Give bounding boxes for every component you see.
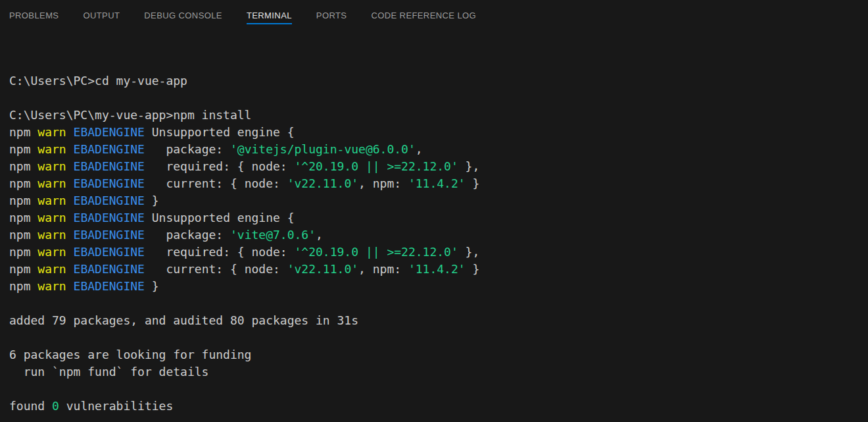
- terminal-text-segment: warn: [37, 228, 66, 242]
- terminal-line: npm warn EBADENGINE package: '@vitejs/pl…: [9, 141, 868, 158]
- terminal-text-segment: npm: [9, 211, 37, 224]
- terminal-text-segment: 'v22.11.0': [287, 176, 358, 190]
- terminal-line: npm warn EBADENGINE required: { node: '^…: [9, 158, 868, 175]
- terminal-text-segment: [66, 245, 74, 259]
- terminal-line: C:\Users\PC>cd my-vue-app: [9, 72, 868, 90]
- terminal-text-segment: 0: [52, 399, 59, 413]
- terminal-line: npm warn EBADENGINE }: [9, 278, 868, 295]
- terminal-text-segment: [66, 194, 74, 207]
- terminal-text-segment: Unsupported engine {: [145, 125, 295, 139]
- terminal-text-segment: npm: [9, 279, 37, 293]
- terminal-text-segment: EBADENGINE: [74, 228, 145, 242]
- terminal-text-segment: npm: [9, 245, 37, 259]
- terminal-text-segment: npm: [9, 125, 37, 139]
- tab-label: PORTS: [316, 11, 347, 20]
- terminal-text-segment: EBADENGINE: [74, 245, 145, 259]
- terminal-text-segment: EBADENGINE: [74, 211, 145, 224]
- terminal-text-segment: '@vitejs/plugin-vue@6.0.0': [230, 142, 416, 156]
- terminal-text-segment: [66, 262, 74, 276]
- terminal-line: 6 packages are looking for funding: [9, 346, 868, 363]
- terminal-line: npm warn EBADENGINE required: { node: '^…: [9, 244, 868, 261]
- terminal-text-segment: 6 packages are looking for funding: [9, 348, 251, 361]
- terminal-text-segment: npm: [9, 262, 37, 276]
- terminal-text-segment: [66, 279, 74, 293]
- terminal-text-segment: EBADENGINE: [74, 262, 145, 276]
- terminal-text-segment: 'vite@7.0.6': [230, 228, 316, 242]
- terminal-text-segment: }: [466, 176, 480, 190]
- terminal-line: [9, 329, 868, 346]
- terminal-text-segment: C:\Users\PC\my-vue-app>npm install: [9, 108, 251, 122]
- terminal-text-segment: ,: [416, 142, 423, 156]
- tab-problems[interactable]: PROBLEMS: [9, 11, 59, 24]
- terminal-text-segment: },: [458, 245, 480, 259]
- tab-code-reference-log[interactable]: CODE REFERENCE LOG: [371, 11, 476, 24]
- terminal-text-segment: npm: [9, 159, 37, 173]
- terminal-text-segment: EBADENGINE: [74, 142, 145, 156]
- tab-output[interactable]: OUTPUT: [83, 11, 120, 24]
- terminal-text-segment: run `npm fund` for details: [9, 365, 208, 379]
- terminal-text-segment: , npm:: [358, 262, 408, 276]
- terminal-text-segment: warn: [37, 142, 66, 156]
- terminal-text-segment: required: { node:: [145, 159, 295, 173]
- terminal-text-segment: }: [466, 262, 480, 276]
- terminal-line: added 79 packages, and audited 80 packag…: [9, 312, 868, 329]
- terminal-text-segment: required: { node:: [145, 245, 295, 259]
- terminal-text-segment: [66, 211, 74, 224]
- terminal-text-segment: warn: [37, 125, 66, 139]
- terminal-text-segment: EBADENGINE: [74, 176, 145, 190]
- terminal-text-segment: [66, 176, 74, 190]
- terminal-text-segment: current: { node:: [145, 176, 287, 190]
- terminal-text-segment: }: [145, 194, 159, 207]
- terminal-text-segment: 'v22.11.0': [287, 262, 358, 276]
- terminal-text-segment: , npm:: [358, 176, 408, 190]
- terminal-text-segment: found: [9, 399, 52, 413]
- terminal-text-segment: warn: [37, 262, 66, 276]
- tab-ports[interactable]: PORTS: [316, 11, 347, 24]
- terminal-text-segment: warn: [37, 176, 66, 190]
- terminal-text-segment: C:\Users\PC>cd my-vue-app: [9, 74, 187, 88]
- terminal-line: C:\Users\PC\my-vue-app>npm install: [9, 107, 868, 124]
- terminal-text-segment: }: [145, 279, 159, 293]
- terminal-text-segment: package:: [145, 142, 230, 156]
- tab-label: DEBUG CONSOLE: [144, 11, 222, 20]
- terminal-text-segment: Unsupported engine {: [145, 211, 295, 224]
- terminal-text-segment: [66, 142, 74, 156]
- tab-label: PROBLEMS: [9, 11, 59, 20]
- terminal-line: npm warn EBADENGINE Unsupported engine {: [9, 209, 868, 226]
- terminal-text-segment: npm: [9, 194, 37, 207]
- terminal-text-segment: '11.4.2': [408, 176, 466, 190]
- terminal-line: npm warn EBADENGINE current: { node: 'v2…: [9, 175, 868, 192]
- vscode-bottom-panel: PROBLEMSOUTPUTDEBUG CONSOLETERMINALPORTS…: [0, 0, 868, 422]
- terminal-line: [9, 381, 868, 398]
- terminal-text-segment: warn: [37, 194, 66, 207]
- terminal-text-segment: vulnerabilities: [59, 399, 173, 413]
- terminal-text-segment: current: { node:: [145, 262, 287, 276]
- tab-label: OUTPUT: [83, 11, 120, 20]
- terminal-line: npm warn EBADENGINE current: { node: 'v2…: [9, 261, 868, 278]
- terminal-text-segment: npm: [9, 176, 37, 190]
- terminal-output[interactable]: C:\Users\PC>cd my-vue-app C:\Users\PC\my…: [9, 72, 868, 415]
- terminal-text-segment: '^20.19.0 || >=22.12.0': [295, 245, 458, 259]
- terminal-line: [9, 295, 868, 312]
- terminal-text-segment: ,: [316, 228, 323, 242]
- terminal-text-segment: [66, 125, 74, 139]
- terminal-text-segment: EBADENGINE: [74, 159, 145, 173]
- terminal-text-segment: added 79 packages, and audited 80 packag…: [9, 313, 358, 327]
- terminal-line: run `npm fund` for details: [9, 363, 868, 381]
- terminal-text-segment: '^20.19.0 || >=22.12.0': [295, 159, 458, 173]
- terminal-text-segment: EBADENGINE: [74, 125, 145, 139]
- terminal-text-segment: warn: [37, 211, 66, 224]
- terminal-text-segment: npm: [9, 142, 37, 156]
- terminal-line: npm warn EBADENGINE }: [9, 192, 868, 209]
- terminal-text-segment: '11.4.2': [408, 262, 466, 276]
- terminal-text-segment: EBADENGINE: [74, 194, 145, 207]
- terminal-text-segment: EBADENGINE: [74, 279, 145, 293]
- terminal-text-segment: [66, 159, 74, 173]
- tab-label: CODE REFERENCE LOG: [371, 11, 476, 20]
- terminal-text-segment: [66, 228, 74, 242]
- terminal-line: npm warn EBADENGINE Unsupported engine {: [9, 124, 868, 141]
- terminal-line: [9, 90, 868, 107]
- tab-terminal[interactable]: TERMINAL: [247, 11, 292, 24]
- tab-debug-console[interactable]: DEBUG CONSOLE: [144, 11, 222, 24]
- terminal-text-segment: npm: [9, 228, 37, 242]
